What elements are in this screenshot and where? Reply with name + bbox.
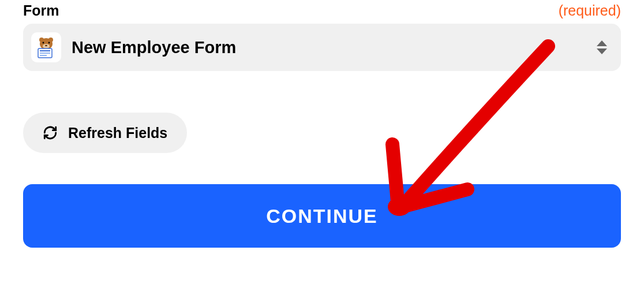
svg-point-4 [43, 42, 44, 44]
continue-label: CONTINUE [266, 205, 378, 227]
wpforms-icon [31, 32, 61, 62]
refresh-fields-label: Refresh Fields [68, 125, 167, 141]
svg-rect-10 [40, 55, 47, 56]
form-select-value: New Employee Form [72, 38, 586, 57]
svg-point-2 [48, 38, 53, 42]
svg-rect-8 [40, 50, 50, 51]
form-select[interactable]: New Employee Form [23, 24, 621, 71]
refresh-fields-button[interactable]: Refresh Fields [23, 113, 187, 153]
refresh-icon [43, 125, 58, 140]
chevron-sort-icon [597, 40, 607, 54]
svg-point-6 [45, 45, 47, 47]
svg-point-1 [39, 38, 44, 42]
form-field-label: Form [23, 2, 59, 19]
svg-point-5 [48, 42, 50, 44]
continue-button[interactable]: CONTINUE [23, 184, 621, 248]
required-indicator: (required) [559, 2, 621, 19]
svg-rect-9 [40, 53, 50, 54]
field-label-row: Form (required) [23, 0, 621, 19]
